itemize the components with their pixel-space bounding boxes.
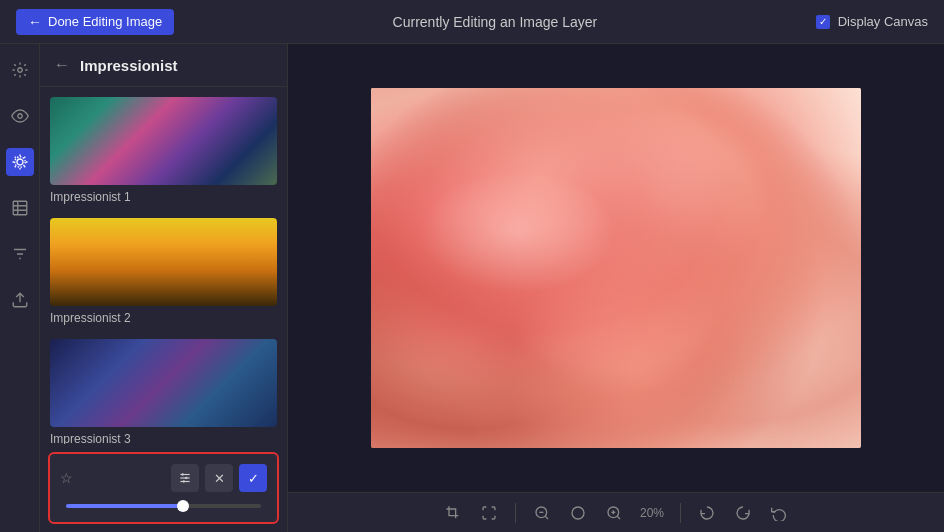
svg-point-2	[17, 159, 23, 165]
control-actions: ✕ ✓	[171, 464, 267, 492]
main-layout: ← Impressionist Impressionist 1 Impressi…	[0, 44, 944, 532]
zoom-out-icon[interactable]	[528, 499, 556, 527]
slider-fill	[66, 504, 183, 508]
filter-settings-button[interactable]	[171, 464, 199, 492]
impressionist-1-label: Impressionist 1	[50, 190, 277, 204]
svg-rect-4	[13, 201, 27, 215]
top-bar: ← Done Editing Image Currently Editing a…	[0, 0, 944, 44]
toolbar-separator-2	[680, 503, 681, 523]
impressionist-1-thumb	[50, 97, 277, 185]
page-title: Currently Editing an Image Layer	[393, 14, 598, 30]
resize-icon[interactable]	[475, 499, 503, 527]
list-item[interactable]: Impressionist 1	[50, 97, 277, 204]
crop-icon[interactable]	[439, 499, 467, 527]
star-icon: ☆	[60, 470, 73, 486]
list-item[interactable]: Impressionist 2	[50, 218, 277, 325]
svg-point-9	[185, 477, 187, 479]
svg-line-12	[545, 516, 548, 519]
icon-bar	[0, 44, 40, 532]
export-tool-icon[interactable]	[6, 286, 34, 314]
zoom-in-icon[interactable]	[600, 499, 628, 527]
canvas-viewport	[288, 44, 944, 492]
layers-tool-icon[interactable]	[6, 194, 34, 222]
zoom-level-label: 20%	[636, 506, 668, 520]
filter-cancel-button[interactable]: ✕	[205, 464, 233, 492]
effects-tool-icon[interactable]	[6, 148, 34, 176]
slider-thumb[interactable]	[177, 500, 189, 512]
bottom-toolbar: 20%	[288, 492, 944, 532]
display-canvas-label: Display Canvas	[838, 14, 928, 29]
impressionist-3-thumb	[50, 339, 277, 427]
panel-header: ← Impressionist	[40, 44, 287, 87]
back-arrow-icon: ←	[28, 14, 42, 30]
svg-point-14	[572, 507, 584, 519]
impressionist-2-label: Impressionist 2	[50, 311, 277, 325]
svg-point-0	[17, 68, 22, 73]
canvas-area: 20%	[288, 44, 944, 532]
undo-icon[interactable]	[693, 499, 721, 527]
impressionist-2-thumb	[50, 218, 277, 306]
impressionist-3-label: Impressionist 3	[50, 432, 277, 444]
reset-icon[interactable]	[765, 499, 793, 527]
settings-tool-icon[interactable]	[6, 56, 34, 84]
control-top-row: ☆ ✕ ✓	[60, 464, 267, 492]
panel-back-icon[interactable]: ←	[54, 56, 70, 74]
panel-title: Impressionist	[80, 57, 178, 74]
filter-slider[interactable]	[60, 500, 267, 512]
filter-confirm-button[interactable]: ✓	[239, 464, 267, 492]
svg-point-8	[182, 473, 184, 475]
image-content	[371, 88, 861, 448]
zoom-circle-icon[interactable]	[564, 499, 592, 527]
eye-tool-icon[interactable]	[6, 102, 34, 130]
slider-track	[66, 504, 261, 508]
svg-point-10	[183, 480, 185, 482]
toolbar-separator-1	[515, 503, 516, 523]
svg-point-1	[17, 114, 22, 119]
redo-icon[interactable]	[729, 499, 757, 527]
list-item[interactable]: Impressionist 3	[50, 339, 277, 444]
adjustments-tool-icon[interactable]	[6, 240, 34, 268]
svg-line-16	[617, 516, 620, 519]
filter-panel: ← Impressionist Impressionist 1 Impressi…	[40, 44, 288, 532]
filter-list: Impressionist 1 Impressionist 2 Impressi…	[40, 87, 287, 444]
filter-control-box: ☆ ✕ ✓	[48, 452, 279, 524]
display-canvas-checkbox[interactable]	[816, 15, 830, 29]
display-canvas-group: Display Canvas	[816, 14, 928, 29]
image-canvas	[371, 88, 861, 448]
done-editing-button[interactable]: ← Done Editing Image	[16, 9, 174, 35]
